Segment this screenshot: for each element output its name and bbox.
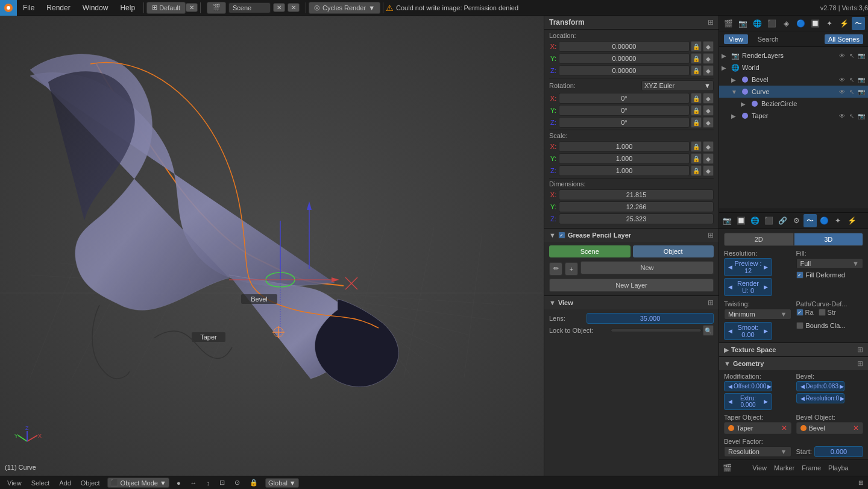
cursor-icon-taper[interactable]: ↖ [848, 112, 856, 120]
menu-help[interactable]: Help [114, 0, 141, 16]
manip-scale-btn[interactable]: ⊡ [217, 479, 227, 487]
ra-cb[interactable] [796, 309, 804, 316]
renderu-field[interactable]: ◀ Render U: 0 ▶ [724, 278, 772, 296]
fill-dropdown[interactable]: Full ▼ [796, 258, 864, 269]
proportional-btn[interactable]: 🔒 [247, 479, 260, 487]
location-x-keyframe[interactable]: ◆ [703, 41, 714, 52]
preview-field[interactable]: ◀ Preview : 12 ▶ [724, 258, 772, 276]
depth-field[interactable]: ◀ Depth:0.083 ▶ [796, 381, 844, 391]
cp-render-icon[interactable]: 📷 [720, 214, 734, 227]
expand-curve[interactable]: ▼ [731, 89, 738, 95]
mesh-icon-btn[interactable]: ◈ [779, 17, 793, 30]
scene-name[interactable]: Scene [228, 2, 271, 13]
outliner-all-scenes-tab[interactable]: All Scenes [825, 34, 863, 44]
scale-z-field[interactable]: 1.000 [559, 165, 690, 176]
offset-right-arrow[interactable]: ▶ [767, 383, 772, 390]
geometry-grid-icon[interactable]: ⊞ [857, 359, 863, 368]
close-layout-btn[interactable]: ✕ [186, 3, 198, 12]
tex-space-grid-icon[interactable]: ⊞ [857, 345, 863, 354]
cp-part-icon[interactable]: ✦ [831, 214, 844, 227]
bottom-add-btn[interactable]: Add [57, 479, 74, 487]
dim-y-field[interactable]: 12.266 [559, 201, 714, 212]
scene-add[interactable]: ✕ [288, 3, 300, 12]
smooth-field[interactable]: ◀ Smoot: 0.00 ▶ [724, 322, 772, 340]
location-z-field[interactable]: 0.00000 [559, 65, 690, 76]
location-x-lock[interactable]: 🔒 [691, 41, 702, 52]
scale-y-lock[interactable]: 🔒 [691, 153, 702, 164]
expand-taper[interactable]: ▶ [731, 113, 738, 119]
transform-orientation-dropdown[interactable]: Global ▼ [265, 478, 299, 488]
cp-scene-icon[interactable]: 🔲 [734, 214, 747, 227]
layout-selector[interactable]: ⊞ Default [146, 2, 186, 14]
render-engine[interactable]: ◎ Cycles Render ▼ [309, 2, 380, 14]
taper-object-field[interactable]: Taper ✕ [724, 422, 791, 434]
extru-left-arrow[interactable]: ◀ [728, 399, 732, 405]
3d-viewport[interactable]: User Persp [0, 16, 544, 476]
preview-right-arrow[interactable]: ▶ [764, 264, 768, 270]
smooth-left-arrow[interactable]: ◀ [728, 328, 732, 334]
bounds-cb[interactable] [796, 322, 804, 329]
rotation-x-kf[interactable]: ◆ [703, 93, 714, 104]
cp-mod-icon[interactable]: ⚙ [790, 214, 803, 227]
eye-icon-taper[interactable]: 👁 [838, 112, 846, 120]
renderlayer-icon-btn[interactable]: 📷 [736, 17, 749, 30]
bottom-view-btn[interactable]: View [5, 479, 24, 487]
dim-x-field[interactable]: 21.815 [559, 189, 714, 200]
rotation-z-kf[interactable]: ◆ [703, 117, 714, 128]
extru-field[interactable]: ◀ Extru: 0.000 ▶ [724, 393, 772, 410]
3d-btn[interactable]: 3D [794, 233, 864, 246]
gp-grid-icon[interactable]: ⊞ [708, 231, 714, 239]
particle-icon-btn[interactable]: ✦ [823, 17, 836, 30]
bn-marker[interactable]: Marker [772, 464, 797, 472]
scale-y-field[interactable]: 1.000 [559, 153, 690, 164]
rotation-x-lock[interactable]: 🔒 [691, 93, 702, 104]
dim-z-field[interactable]: 25.323 [559, 213, 714, 224]
gp-checkbox[interactable] [558, 232, 565, 239]
menu-window[interactable]: Window [77, 0, 115, 16]
menu-render[interactable]: Render [40, 0, 76, 16]
lock-to-object-btn[interactable]: 🔍 [703, 325, 714, 336]
depth-left-arrow[interactable]: ◀ [800, 383, 805, 390]
fill-deformed-cb[interactable] [796, 271, 804, 279]
object-mode-dropdown[interactable]: ⬛ Object Mode ▼ [107, 478, 169, 488]
bn-frame[interactable]: Frame [799, 464, 823, 472]
cursor-icon-bevel[interactable]: ↖ [848, 75, 856, 84]
bevel-object-field[interactable]: Bevel ✕ [796, 422, 864, 434]
location-z-keyframe[interactable]: ◆ [703, 65, 714, 76]
cam-icon-bevel[interactable]: 📷 [857, 75, 866, 84]
tree-item-taper[interactable]: ▶ Taper 👁 ↖ 📷 [719, 110, 868, 122]
expand-bevel[interactable]: ▶ [731, 77, 738, 83]
texture-space-header[interactable]: ▶ Texture Space ⊞ [719, 342, 868, 356]
scale-z-lock[interactable]: 🔒 [691, 165, 702, 176]
tree-item-renderlayers[interactable]: ▶ 📷 RenderLayers 👁 ↖ 📷 [719, 49, 868, 62]
world-icon-btn[interactable]: 🌐 [750, 17, 764, 30]
scene-close[interactable]: ✕ [273, 3, 285, 12]
bevel-obj-x[interactable]: ✕ [853, 424, 859, 432]
cp-obj-icon[interactable]: ⬛ [762, 214, 775, 227]
location-y-field[interactable]: 0.00000 [559, 53, 690, 64]
offset-left-arrow[interactable]: ◀ [728, 383, 732, 390]
gp-object-tab[interactable]: Object [633, 245, 714, 257]
rotation-z-lock[interactable]: 🔒 [691, 117, 702, 128]
cp-mat-icon[interactable]: 🔵 [817, 214, 831, 227]
renderu-left-arrow[interactable]: ◀ [728, 284, 732, 290]
cam-icon-renderlayers[interactable]: 📷 [857, 51, 866, 60]
2d-btn[interactable]: 2D [724, 233, 794, 246]
cp-data-icon[interactable]: 〜 [804, 214, 817, 227]
cp-con-icon[interactable]: 🔗 [776, 214, 789, 227]
transform-grid-icon[interactable]: ⊞ [708, 18, 714, 27]
cp-world-icon[interactable]: 🌐 [748, 214, 761, 227]
resgeom-left-arrow[interactable]: ◀ [800, 396, 805, 402]
cp-phys-icon[interactable]: ⚡ [845, 214, 858, 227]
lock-to-object-field[interactable] [611, 329, 702, 332]
snap-btn[interactable]: ⊙ [232, 479, 242, 487]
cam-icon-taper[interactable]: 📷 [857, 112, 866, 120]
gp-scene-tab[interactable]: Scene [549, 245, 631, 257]
preview-left-arrow[interactable]: ◀ [728, 264, 732, 270]
tree-item-curve[interactable]: ▼ Curve 👁 ↖ 📷 [719, 86, 868, 98]
start-field[interactable]: 0.000 [814, 446, 863, 457]
str-cb[interactable] [819, 309, 826, 316]
gp-new-layer-btn[interactable]: New Layer [549, 279, 714, 292]
gp-pencil-btn[interactable]: ✏ [549, 262, 562, 276]
scale-y-kf[interactable]: ◆ [703, 153, 714, 164]
